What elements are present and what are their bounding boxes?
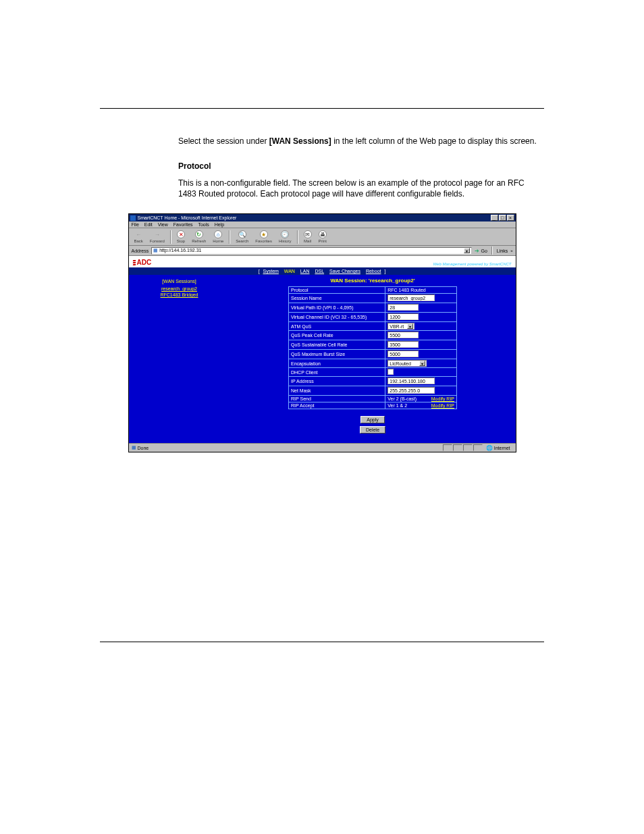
menu-favorites[interactable]: Favorites xyxy=(173,222,193,227)
back-button[interactable]: ←Back xyxy=(132,230,146,244)
pcr-input[interactable]: 5500 xyxy=(387,332,419,338)
row-session-label: Session Name xyxy=(289,294,385,303)
session-name-input[interactable]: research_group2 xyxy=(387,294,435,301)
close-button[interactable]: × xyxy=(507,215,514,221)
go-icon[interactable]: ➔ xyxy=(475,248,479,254)
maximize-button[interactable]: □ xyxy=(499,215,506,221)
minimize-button[interactable]: _ xyxy=(491,215,498,221)
address-dropdown-icon[interactable]: ▾ xyxy=(464,248,470,253)
row-pcr-label: QoS Peak Cell Rate xyxy=(289,331,385,340)
ie-statusbar: ▦ Done 🌐Internet xyxy=(129,443,516,452)
row-encap-label: Encapsulation xyxy=(289,359,385,368)
ie-titlebar: SmartCNCT Home - Microsoft Internet Expl… xyxy=(129,214,516,221)
line-1-prefix: Select the session under xyxy=(178,136,267,146)
mask-input[interactable]: 255.255.255.0 xyxy=(387,387,435,394)
row-dhcp-label: DHCP Client xyxy=(289,368,385,377)
history-button[interactable]: 🕘History xyxy=(276,230,294,244)
nav-lan[interactable]: LAN xyxy=(300,269,310,273)
apply-button[interactable]: Apply xyxy=(360,416,385,423)
top-nav: [ System WAN LAN DSL Save Changes Reboot… xyxy=(129,267,516,275)
rip-send-value: Ver 2 (B-cast) xyxy=(387,396,417,401)
row-mask-label: Net Mask xyxy=(289,386,385,396)
chevron-down-icon[interactable]: ▾ xyxy=(419,361,425,366)
vpi-input[interactable]: 28 xyxy=(387,304,419,311)
row-ripaccept-label: RIP Accept xyxy=(289,402,385,409)
vci-input[interactable]: 1200 xyxy=(387,313,419,320)
row-vci-label: Virtual Channel ID (VCI 32 - 65,535) xyxy=(289,313,385,322)
wan-sessions-label: [WAN Sessions] xyxy=(269,136,331,146)
page-body: ADC Web Management powered by SmartCNCT … xyxy=(129,256,516,443)
row-vpi-label: Virtual Path ID (VPI 0 - 4,095) xyxy=(289,303,385,313)
adc-logo: ADC xyxy=(133,259,152,266)
sidebar: [WAN Sessions] research_group2 RFC1483 B… xyxy=(129,275,230,443)
config-table: Protocol RFC 1483 Routed Session Name re… xyxy=(288,286,457,409)
protocol-para: This is a non-configurable field. The sc… xyxy=(178,178,544,201)
status-text: Done xyxy=(138,446,149,450)
mail-button[interactable]: ✉Mail xyxy=(301,230,315,244)
favorites-button[interactable]: ★Favorites xyxy=(252,230,275,244)
row-qos-label: ATM QoS xyxy=(289,322,385,331)
rip-accept-value: Ver 1 & 2 xyxy=(387,403,407,408)
row-mbs-label: QoS Maximum Burst Size xyxy=(289,350,385,359)
modify-rip-send[interactable]: Modify RIP xyxy=(431,396,454,401)
nav-reboot[interactable]: Reboot xyxy=(366,269,381,273)
nav-system[interactable]: System xyxy=(263,269,279,273)
ie-addressbar: Address ▦ http://144.16.192.31 ▾ ➔ Go Li… xyxy=(129,246,516,256)
nav-save[interactable]: Save Changes xyxy=(329,269,360,273)
row-scr-label: QoS Sustainable Cell Rate xyxy=(289,340,385,350)
row-ripsend-label: RIP Send xyxy=(289,396,385,402)
ie-window: SmartCNCT Home - Microsoft Internet Expl… xyxy=(128,213,516,452)
menu-edit[interactable]: Edit xyxy=(144,222,153,227)
line-1-suffix: in the left column of the Web page to di… xyxy=(333,136,537,146)
menu-help[interactable]: Help xyxy=(215,222,224,227)
ie-app-icon xyxy=(130,215,136,221)
ie-toolbar: ←Back →Forward ✕Stop ↻Refresh ⌂Home 🔍Sea… xyxy=(129,228,516,246)
ie-menubar[interactable]: File Edit View Favorites Tools Help xyxy=(129,221,516,228)
sidebar-heading: [WAN Sessions] xyxy=(134,279,225,284)
stop-button[interactable]: ✕Stop xyxy=(174,230,188,244)
menu-tools[interactable]: Tools xyxy=(198,222,209,227)
tagline: Web Management powered by SmartCNCT xyxy=(433,262,512,266)
nav-wan[interactable]: WAN xyxy=(284,269,295,273)
search-button[interactable]: 🔍Search xyxy=(233,230,251,244)
main-title: WAN Session: 'research_group2' xyxy=(234,278,512,284)
address-field[interactable]: ▦ http://144.16.192.31 ▾ xyxy=(151,247,472,255)
mbs-input[interactable]: 5000 xyxy=(387,350,419,357)
sidebar-link-research[interactable]: research_group2 xyxy=(134,286,225,291)
print-button[interactable]: 🖶Print xyxy=(316,230,329,244)
links-label[interactable]: Links xyxy=(497,249,508,253)
zone-text: Internet xyxy=(494,446,510,450)
menu-file[interactable]: File xyxy=(132,222,139,227)
dhcp-checkbox[interactable] xyxy=(387,369,394,375)
home-button[interactable]: ⌂Home xyxy=(210,230,226,244)
delete-button[interactable]: Delete xyxy=(360,426,385,434)
chevron-down-icon[interactable]: ▾ xyxy=(407,323,413,329)
address-label: Address xyxy=(132,249,149,253)
protocol-heading: Protocol xyxy=(178,161,544,172)
forward-button[interactable]: →Forward xyxy=(147,230,167,244)
globe-icon: 🌐 xyxy=(486,445,493,451)
window-title: SmartCNCT Home - Microsoft Internet Expl… xyxy=(138,215,237,220)
row-ip-label: IP Address xyxy=(289,377,385,386)
sidebar-link-rfc1483[interactable]: RFC1483 Bridged xyxy=(134,292,225,297)
nav-dsl[interactable]: DSL xyxy=(315,269,324,273)
go-label[interactable]: Go xyxy=(481,249,487,253)
scr-input[interactable]: 3500 xyxy=(387,341,419,348)
row-protocol-value: RFC 1483 Routed xyxy=(385,287,457,294)
atm-qos-select[interactable]: VBR-rt▾ xyxy=(387,323,414,330)
refresh-button[interactable]: ↻Refresh xyxy=(189,230,209,244)
done-icon: ▦ xyxy=(132,445,136,450)
menu-view[interactable]: View xyxy=(158,222,168,227)
encap-select[interactable]: LlcRouted▾ xyxy=(387,360,427,367)
modify-rip-accept[interactable]: Modify RIP xyxy=(431,403,454,408)
row-protocol-label: Protocol xyxy=(289,287,385,294)
ip-input[interactable]: 192.145.100.180 xyxy=(387,377,435,384)
